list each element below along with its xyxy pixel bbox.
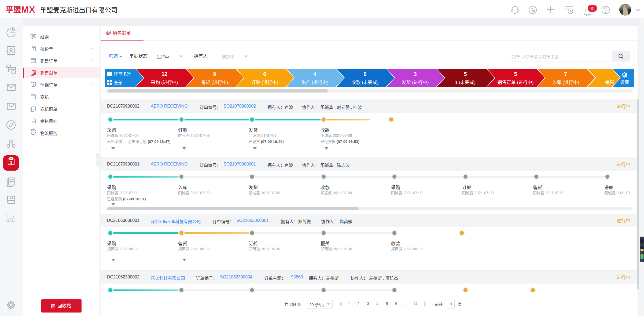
svg-text:3: 3 — [414, 71, 417, 77]
svg-text:销售订单 (进行中): 销售订单 (进行中) — [497, 80, 533, 85]
svg-text:9: 9 — [591, 6, 593, 11]
svg-text:4: 4 — [313, 71, 317, 77]
svg-text:入库 (进行中): 入库 (进行中) — [552, 80, 579, 85]
svg-text:采购 (进行中): 采购 (进行中) — [151, 80, 178, 85]
svg-text:订舱 (进行中): 订舱 (进行中) — [251, 80, 278, 85]
svg-text:6: 6 — [363, 71, 366, 77]
svg-text:5: 5 — [514, 71, 517, 77]
svg-text:生产 (进行中): 生产 (进行中) — [301, 80, 328, 85]
svg-text:发货 (进行中): 发货 (进行中) — [402, 80, 429, 85]
svg-text:销售: 销售 — [605, 80, 614, 85]
svg-text:1 (未完成): 1 (未完成) — [455, 80, 476, 85]
svg-text:全部: 全部 — [114, 80, 123, 85]
svg-text:收款 (未完成): 收款 (未完成) — [351, 80, 378, 85]
svg-text:6: 6 — [263, 71, 266, 77]
svg-text:12: 12 — [161, 71, 167, 77]
svg-text:$: $ — [10, 160, 12, 164]
svg-text:设置: 设置 — [620, 80, 629, 85]
svg-text:7: 7 — [564, 71, 567, 77]
svg-text:环节多选: 环节多选 — [114, 72, 131, 76]
svg-text:9: 9 — [213, 71, 216, 77]
svg-text:备货 (进行中): 备货 (进行中) — [201, 80, 228, 85]
svg-text:5: 5 — [464, 71, 467, 77]
